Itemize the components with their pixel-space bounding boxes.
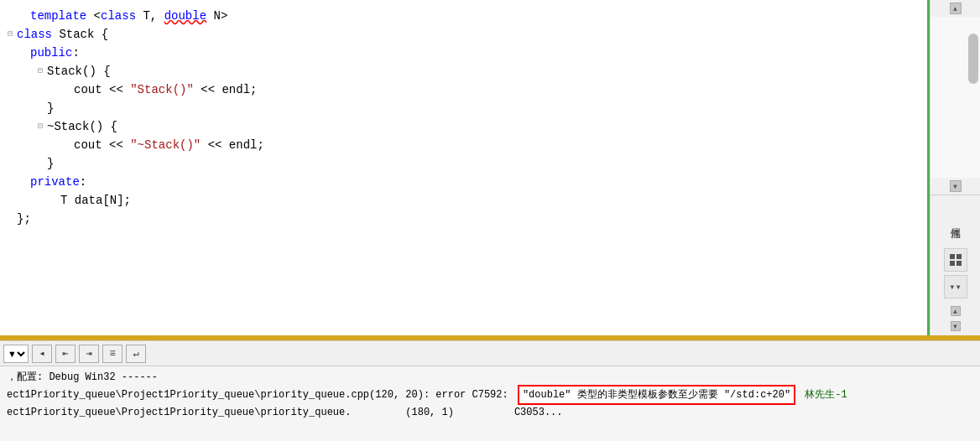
- keyword-private: private: [30, 173, 80, 191]
- toolbar-btn-wrap[interactable]: ↵: [126, 345, 146, 363]
- keyword-public: public: [30, 44, 72, 62]
- icon-grid[interactable]: [944, 248, 967, 272]
- code-line-close2: }: [0, 154, 927, 173]
- output-content: ，配置: Debug Win32 ------ ect1Priority_que…: [0, 366, 980, 441]
- keyword-double: double: [164, 7, 206, 25]
- svg-rect-0: [950, 254, 955, 259]
- code-line-class: ⊟ class Stack {: [0, 25, 927, 44]
- fold-btn-destructor[interactable]: ⊟: [34, 120, 47, 133]
- scroll-up-arrow[interactable]: ▲: [950, 3, 962, 14]
- config-text: ，配置: Debug Win32 ------: [7, 371, 158, 383]
- code-line-public: public :: [0, 44, 927, 62]
- scrollbar-area[interactable]: [930, 17, 980, 178]
- error1-box: "double" 类型的非类型模板参数至少需要 "/std:c+20": [518, 385, 795, 405]
- editor-area: template < class T, double N> ⊟ class St…: [0, 0, 980, 335]
- error2-text: ect1Priority_queue\Project1Priority_queu…: [7, 407, 563, 418]
- toolbar-btn-back[interactable]: ◂: [32, 345, 52, 363]
- icon-row: ▾▾ ▲ ▼: [941, 245, 971, 335]
- output-config-line: ，配置: Debug Win32 ------: [7, 370, 973, 385]
- code-line-cout1: cout << "Stack()" << endl;: [0, 80, 927, 99]
- icon-collapse[interactable]: ▾▾: [944, 275, 967, 298]
- fold-btn-constructor[interactable]: ⊟: [34, 65, 47, 78]
- keyword-template: template: [30, 7, 86, 25]
- output-type-dropdown[interactable]: ▼: [3, 345, 29, 363]
- panel-up-icon[interactable]: ▲: [951, 306, 961, 316]
- panel-down-icon[interactable]: ▼: [951, 321, 961, 331]
- svg-rect-2: [950, 261, 955, 266]
- string-stack-constructor: "Stack()": [130, 80, 194, 99]
- code-line-destructor: ⊟ ~Stack() {: [0, 117, 927, 136]
- code-line-end: };: [0, 210, 927, 228]
- bottom-toolbar: ▼ ◂ ⇤ ⇥ ≡ ↵: [0, 341, 980, 366]
- code-line-cout2: cout << "~Stack()" << endl;: [0, 136, 927, 154]
- code-panel: template < class T, double N> ⊟ class St…: [0, 0, 930, 335]
- scroll-down-arrow[interactable]: ▼: [950, 180, 962, 192]
- output-error1-line: ect1Priority_queue\Project1Priority_queu…: [7, 385, 973, 405]
- code-line-close1: }: [0, 99, 927, 117]
- error1-prefix: ect1Priority_queue\Project1Priority_queu…: [7, 387, 514, 402]
- code-content: template < class T, double N> ⊟ class St…: [0, 0, 927, 235]
- keyword-class: class: [17, 25, 52, 44]
- fold-btn-class[interactable]: ⊟: [3, 28, 17, 41]
- code-line-constructor: ⊟ Stack() {: [0, 62, 927, 80]
- error1-suffix: 林先生-1: [799, 387, 847, 402]
- properties-button[interactable]: 属性: [930, 195, 980, 245]
- keyword-class-t: class: [101, 7, 136, 25]
- svg-rect-3: [957, 261, 962, 266]
- toolbar-btn-align[interactable]: ≡: [102, 345, 122, 363]
- svg-rect-1: [957, 254, 962, 259]
- scroll-thumb[interactable]: [968, 34, 978, 84]
- string-stack-destructor: "~Stack()": [130, 136, 201, 154]
- code-line-private: private :: [0, 173, 927, 191]
- code-line-data: T data[N];: [0, 191, 927, 210]
- output-error2-line: ect1Priority_queue\Project1Priority_queu…: [7, 405, 973, 420]
- bottom-panel: ▼ ◂ ⇤ ⇥ ≡ ↵ ，配置: Debug Win32 ------ ect1…: [0, 340, 980, 441]
- code-line-template: template < class T, double N>: [0, 7, 927, 25]
- toolbar-btn-indent-less[interactable]: ⇤: [55, 345, 76, 363]
- toolbar-btn-indent-more[interactable]: ⇥: [79, 345, 99, 363]
- right-panel: ▲ ▼ 属性 ▾▾ ▲ ▼: [930, 0, 980, 335]
